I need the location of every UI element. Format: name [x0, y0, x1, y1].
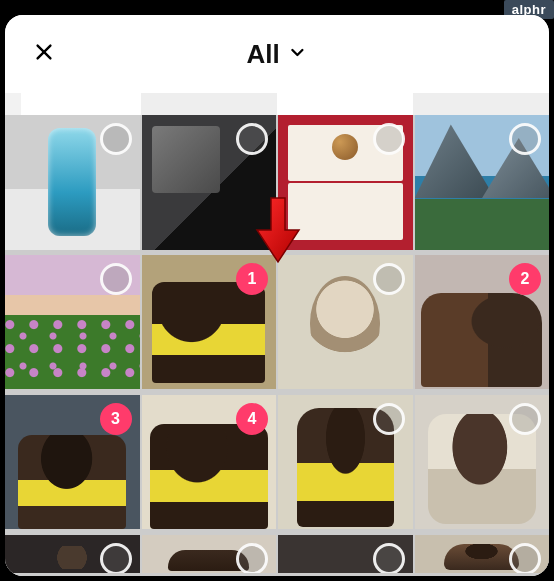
photo-thumbnail[interactable] [278, 395, 413, 530]
selection-circle-icon[interactable] [373, 403, 405, 435]
close-button[interactable] [29, 39, 59, 69]
selection-badge[interactable]: 2 [509, 263, 541, 295]
photo-thumbnail[interactable]: 3 [5, 395, 140, 530]
photo-thumbnail[interactable] [415, 535, 550, 573]
photo-thumbnail[interactable] [142, 535, 277, 573]
photo-thumbnail[interactable] [278, 115, 413, 250]
selection-circle-icon[interactable] [509, 123, 541, 155]
selection-circle-icon[interactable] [373, 543, 405, 573]
selection-badge[interactable]: 3 [100, 403, 132, 435]
picker-header: All [5, 15, 549, 93]
photo-thumbnail[interactable] [5, 255, 140, 390]
selection-circle-icon[interactable] [236, 123, 268, 155]
photo-thumbnail[interactable] [5, 535, 140, 573]
selection-circle-icon[interactable] [373, 123, 405, 155]
photo-grid: 1 2 3 4 [5, 115, 549, 576]
previous-section-sliver [5, 93, 549, 115]
album-dropdown[interactable]: All [246, 39, 307, 70]
selection-badge[interactable]: 1 [236, 263, 268, 295]
album-title: All [246, 39, 279, 70]
selection-circle-icon[interactable] [100, 263, 132, 295]
close-icon [33, 41, 55, 67]
photo-thumbnail[interactable] [278, 255, 413, 390]
selection-badge[interactable]: 4 [236, 403, 268, 435]
photo-thumbnail[interactable]: 4 [142, 395, 277, 530]
selection-circle-icon[interactable] [236, 543, 268, 573]
picker-modal: All 1 2 3 [5, 15, 549, 576]
photo-thumbnail[interactable] [278, 535, 413, 573]
photo-thumbnail[interactable] [142, 115, 277, 250]
selection-circle-icon[interactable] [509, 403, 541, 435]
photo-thumbnail[interactable] [415, 395, 550, 530]
photo-thumbnail[interactable]: 2 [415, 255, 550, 390]
selection-circle-icon[interactable] [373, 263, 405, 295]
selection-circle-icon[interactable] [100, 123, 132, 155]
photo-thumbnail[interactable] [415, 115, 550, 250]
photo-thumbnail[interactable]: 1 [142, 255, 277, 390]
photo-thumbnail[interactable] [5, 115, 140, 250]
selection-circle-icon[interactable] [100, 543, 132, 573]
selection-circle-icon[interactable] [509, 543, 541, 573]
chevron-down-icon [288, 42, 308, 66]
